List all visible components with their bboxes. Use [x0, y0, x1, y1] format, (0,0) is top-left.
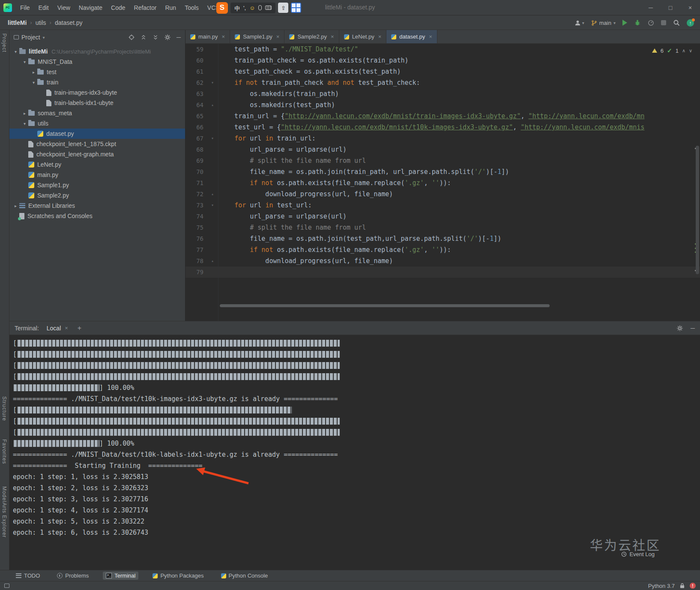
tree-item-main-py[interactable]: main.py — [9, 170, 185, 180]
menu-code[interactable]: Code — [107, 3, 129, 12]
tree-item-sample2-py[interactable]: Sample2.py — [9, 190, 185, 201]
expand-all-icon[interactable] — [141, 34, 147, 40]
code-line-78[interactable]: 78▴ download_progress(url, file_name) — [185, 255, 700, 267]
maximize-button[interactable]: □ — [661, 0, 680, 15]
menu-tools[interactable]: Tools — [181, 3, 203, 12]
code-line-59[interactable]: 59 test_path = "./MNIST_Data/test/" — [185, 44, 700, 55]
code-line-71[interactable]: 71 if not os.path.exists(file_name.repla… — [185, 177, 700, 189]
breadcrumb-item-utils[interactable]: utils — [36, 19, 46, 26]
project-panel-title[interactable]: Project ▾ — [14, 34, 45, 41]
prev-problem-icon[interactable]: ∧ — [682, 48, 685, 54]
profiler-button[interactable] — [648, 20, 654, 26]
fold-open-icon[interactable]: ▾ — [206, 77, 219, 88]
update-indicator-icon[interactable]: ↑ — [687, 19, 694, 27]
close-icon[interactable]: × — [429, 33, 432, 40]
tree-item-train-labels-idx1-ubyte[interactable]: train-labels-idx1-ubyte — [9, 98, 185, 108]
code-line-73[interactable]: 73▾ for url in test_url: — [185, 200, 700, 211]
fold-end-icon[interactable]: ▴ — [206, 99, 219, 111]
ime-grid-icon[interactable] — [291, 3, 301, 13]
code-line-77[interactable]: 77 if not os.path.exists(file_name.repla… — [185, 244, 700, 255]
menu-edit[interactable]: Edit — [35, 3, 53, 12]
code-line-79[interactable]: 79 — [185, 267, 700, 278]
toolwindow-button-python-packages[interactable]: Python Packages — [150, 572, 206, 580]
stop-button[interactable] — [661, 20, 666, 25]
terminal-tab-local[interactable]: Local × — [43, 321, 72, 335]
stripe-button-project[interactable]: Project — [1, 33, 7, 52]
fold-end-icon[interactable]: ▴ — [206, 255, 219, 267]
event-log-button[interactable]: Event Log — [621, 551, 655, 557]
code-line-75[interactable]: 75 # split the file name from url — [185, 222, 700, 233]
code-line-60[interactable]: 60 train_path_check = os.path.exists(tra… — [185, 55, 700, 66]
hide-panel-icon[interactable]: ─ — [691, 325, 695, 332]
menu-navigate[interactable]: Navigate — [75, 3, 106, 12]
search-everywhere-icon[interactable] — [673, 19, 680, 26]
toolwindow-button-python-console[interactable]: Python Console — [218, 572, 271, 580]
stripe-button-favorites[interactable]: Favorites — [1, 439, 7, 464]
code-line-69[interactable]: 69 # split the file name from url — [185, 155, 700, 166]
close-icon[interactable]: × — [222, 33, 225, 40]
code-line-70[interactable]: 70 file_name = os.path.join(train_path, … — [185, 166, 700, 177]
tree-item-test[interactable]: ▸test — [9, 67, 185, 77]
chevron-expanded-icon[interactable]: ▾ — [21, 60, 28, 64]
close-icon[interactable]: × — [65, 325, 68, 331]
toolwindow-button-problems[interactable]: Problems — [54, 572, 92, 580]
tree-item-dataset-py[interactable]: dataset.py — [9, 129, 185, 139]
tree-item-sample1-py[interactable]: Sample1.py — [9, 180, 185, 190]
chevron-expanded-icon[interactable]: ▾ — [12, 49, 19, 54]
hide-panel-icon[interactable]: ─ — [176, 34, 181, 41]
code-line-76[interactable]: 76 file_name = os.path.join(test_path,ur… — [185, 233, 700, 244]
python-interpreter-widget[interactable]: Python 3.7 — [648, 583, 675, 589]
tree-item-utils[interactable]: ▾utils — [9, 118, 185, 129]
minimize-button[interactable]: ─ — [641, 0, 661, 15]
menu-run[interactable]: Run — [161, 3, 180, 12]
collapse-all-icon[interactable] — [153, 34, 159, 40]
emoji-icon[interactable]: ☺ — [249, 5, 255, 11]
tree-item-external-libraries[interactable]: ▸External Libraries — [9, 201, 185, 211]
lock-icon[interactable] — [680, 583, 685, 589]
fold-end-icon[interactable]: ▴ — [206, 189, 219, 200]
settings-gear-icon[interactable] — [165, 34, 171, 40]
tree-item-lenet-py[interactable]: LeNet.py — [9, 159, 185, 170]
menu-file[interactable]: File — [16, 3, 34, 12]
fold-open-icon[interactable]: ▾ — [206, 200, 219, 211]
horizontal-scrollbar[interactable] — [220, 304, 550, 307]
code-line-72[interactable]: 72▴ download_progress(url, file_name) — [185, 189, 700, 200]
chevron-expanded-icon[interactable]: ▾ — [30, 80, 37, 85]
chevron-collapsed-icon[interactable]: ▸ — [12, 204, 19, 208]
tab-lenet-py[interactable]: LeNet.py× — [339, 30, 387, 43]
tree-item-train[interactable]: ▾train — [9, 77, 185, 87]
tree-item-somas-meta[interactable]: ▸somas_meta — [9, 108, 185, 118]
background-tasks-icon[interactable] — [4, 584, 9, 588]
close-icon[interactable]: × — [378, 33, 382, 40]
fold-open-icon[interactable]: ▾ — [206, 133, 219, 144]
ime-tool-icon[interactable]: ⇧ — [278, 3, 288, 13]
microphone-icon[interactable] — [258, 5, 262, 10]
run-button[interactable] — [622, 20, 627, 26]
close-icon[interactable]: × — [276, 33, 280, 40]
menu-view[interactable]: View — [54, 3, 74, 12]
code-line-66[interactable]: 66 test_url = {"http://yann.lecun.com/ex… — [185, 122, 700, 133]
git-branch-selector[interactable]: main ▾ — [591, 20, 616, 26]
code-editor[interactable]: 59 test_path = "./MNIST_Data/test/"60 tr… — [185, 44, 700, 321]
code-line-64[interactable]: 64▴ os.makedirs(test_path) — [185, 99, 700, 111]
locate-file-icon[interactable] — [129, 34, 135, 40]
code-line-63[interactable]: 63 os.makedirs(train_path) — [185, 88, 700, 99]
toolwindow-button-terminal[interactable]: >_Terminal — [103, 572, 138, 580]
toolwindow-button-todo[interactable]: TODO — [13, 572, 43, 580]
code-line-62[interactable]: 62▾ if not train_path_check and not test… — [185, 77, 700, 88]
sogou-ime-icon[interactable]: S — [216, 2, 228, 14]
ime-lang-indicator[interactable]: 中 — [234, 4, 240, 12]
tab-sample2-py[interactable]: Sample2.py× — [284, 30, 339, 43]
tab-main-py[interactable]: main.py× — [185, 30, 230, 43]
keyboard-icon[interactable] — [265, 6, 272, 10]
stripe-button-modelarts-explorer[interactable]: ModelArts Explorer — [1, 486, 7, 538]
code-line-61[interactable]: 61 test_path_check = os.path.exists(test… — [185, 66, 700, 77]
menu-refactor[interactable]: Refactor — [130, 3, 161, 12]
tree-item-scratches-and-consoles[interactable]: Scratches and Consoles — [9, 211, 185, 221]
inspections-widget[interactable]: 6 ✓ 1 ∧ ∨ — [652, 47, 692, 54]
user-account-button[interactable]: ▾ — [574, 20, 584, 26]
breadcrumb-item-littlemi[interactable]: littleMi — [8, 19, 27, 26]
next-problem-icon[interactable]: ∨ — [689, 48, 692, 54]
new-terminal-button[interactable]: + — [78, 324, 81, 332]
chevron-collapsed-icon[interactable]: ▸ — [21, 111, 28, 116]
